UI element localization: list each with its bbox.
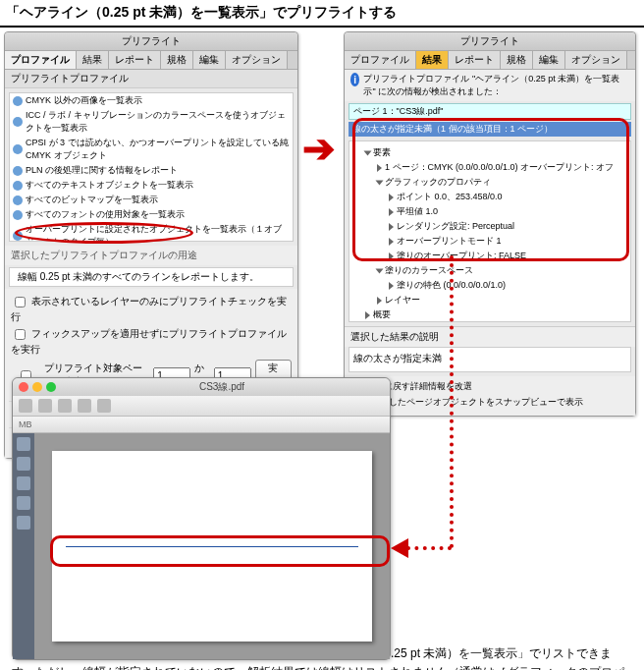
tree-row[interactable]: オーバープリントモード 1 xyxy=(353,234,626,249)
tree-row[interactable]: 概要 xyxy=(353,307,626,322)
checkbox[interactable] xyxy=(15,297,26,307)
tree-row[interactable]: 塗りの特色 (0.0/0.0/0.0/1.0) xyxy=(353,278,626,293)
tree-label: 平坦値 1.0 xyxy=(397,205,438,218)
profile-item[interactable]: すべてのフォントの使用対象を一覧表示 xyxy=(10,207,293,222)
selected-profile-desc: 線幅 0.25 pt 未満のすべてのラインをレポートします。 xyxy=(9,267,294,287)
profile-item[interactable]: CPSI が 3 では読めない、かつオーバープリントを設定している純 CMYK … xyxy=(10,136,293,163)
profile-icon xyxy=(13,195,23,205)
tree-label: オーバープリントモード 1 xyxy=(397,235,502,248)
sidebar-icon[interactable] xyxy=(17,496,30,510)
opt-visible-layers[interactable]: 表示されているレイヤーのみにプリフライトチェックを実行 xyxy=(11,293,292,325)
tree-label: 塗りのカラースペース xyxy=(385,264,473,277)
window-title: CS3線.pdf xyxy=(60,380,384,394)
tree-label: グラフィックのプロパティ xyxy=(385,176,491,189)
tab-profile[interactable]: プロファイル xyxy=(5,51,77,69)
disclosure-icon[interactable] xyxy=(389,208,394,216)
zoom-icon[interactable] xyxy=(46,382,56,392)
page-heading: 「ヘアライン（0.25 pt 未満）を一覧表示」でプリフライトする xyxy=(0,0,644,28)
profile-list[interactable]: CMYK 以外の画像を一覧表示ICC / ラボ / キャリブレーションのカラース… xyxy=(9,92,294,242)
tree-row[interactable]: 1 ページ：CMYK (0.0/0.0/0.0/1.0) オーバープリント: オ… xyxy=(353,160,626,175)
tab-edit[interactable]: 編集 xyxy=(533,51,565,69)
tab-report[interactable]: レポート xyxy=(449,51,501,69)
profile-icon xyxy=(13,144,23,154)
toolbar-icon[interactable] xyxy=(78,399,91,413)
tree-row[interactable]: 塗りのカラースペース xyxy=(353,263,626,278)
toolbar-icon[interactable] xyxy=(38,399,52,413)
disclosure-icon[interactable] xyxy=(389,252,394,260)
profile-label: すべてのテキストオブジェクトを一覧表示 xyxy=(26,179,193,192)
tab-options[interactable]: オプション xyxy=(565,51,627,69)
label-text: フィックスアップを適用せずにプリフライトプロファイルを実行 xyxy=(11,328,287,355)
profile-item[interactable]: CMYK 以外の画像を一覧表示 xyxy=(10,93,293,108)
profile-item[interactable]: オーバープリントに設定されたオブジェクトを一覧表示（１オブジェクトのタイプ毎） xyxy=(10,222,293,242)
tab-report[interactable]: レポート xyxy=(109,51,161,69)
sidebar-icon[interactable] xyxy=(17,476,30,490)
disclosure-icon[interactable] xyxy=(377,297,382,305)
tree-row[interactable]: グラフィックのプロパティ xyxy=(353,175,626,190)
info-text: プリフライトプロファイル "ヘアライン（0.25 pt 未満）を一覧表示" に次… xyxy=(363,73,629,98)
pdf-page xyxy=(52,451,372,642)
sidebar-icon[interactable] xyxy=(17,437,30,451)
label-text: 表示されているレイヤーのみにプリフライトチェックを実行 xyxy=(11,296,287,322)
tree-label: 塗りのオーバープリント: FALSE xyxy=(397,250,526,262)
selected-profile-label: 選択したプリフライトプロファイルの用途 xyxy=(5,246,297,265)
hairline-stroke xyxy=(66,546,358,547)
toolbar-icon[interactable] xyxy=(58,399,72,413)
disclosure-icon[interactable] xyxy=(389,223,394,231)
tab-results[interactable]: 結果 xyxy=(416,51,449,69)
checkbox[interactable] xyxy=(15,329,26,340)
toolbar-icon[interactable] xyxy=(19,399,32,413)
disclosure-icon[interactable] xyxy=(376,268,384,273)
sidebar-icon[interactable] xyxy=(17,457,30,471)
profile-icon xyxy=(13,96,23,106)
tree-label: 要素 xyxy=(373,146,391,159)
arrow-right-icon: ➔ xyxy=(302,126,336,171)
disclosure-icon[interactable] xyxy=(365,311,370,319)
tree-row[interactable]: ポイント 0.0、253.458/0.0 xyxy=(353,190,626,204)
tree-row[interactable]: 塗りのオーバープリント: FALSE xyxy=(353,249,626,263)
tree-row[interactable]: 平坦値 1.0 xyxy=(353,204,626,219)
minimize-icon[interactable] xyxy=(32,382,42,392)
opt-no-fixup[interactable]: フィックスアップを適用せずにプリフライトプロファイルを実行 xyxy=(11,325,292,358)
result-header-row[interactable]: 線の太さが指定未満（1 個の該当項目：1 ページ） xyxy=(349,122,631,137)
page-canvas[interactable] xyxy=(34,433,390,659)
profile-label: PLN の後処理に関する情報をレポート xyxy=(26,164,178,177)
acrobat-window: CS3線.pdf MB xyxy=(12,377,391,660)
tab-options[interactable]: オプション xyxy=(226,51,288,69)
tab-results[interactable]: 結果 xyxy=(77,51,109,69)
tree-row[interactable]: レンダリング設定: Perceptual xyxy=(353,219,626,234)
tree-label: 1 ページ：CMYK (0.0/0.0/0.0/1.0) オーバープリント: オ… xyxy=(385,161,614,174)
info-icon: i xyxy=(350,73,359,86)
tree-row[interactable]: 要素 xyxy=(353,145,626,160)
disclosure-icon[interactable] xyxy=(364,150,372,155)
profile-item[interactable]: PLN の後処理に関する情報をレポート xyxy=(10,163,293,178)
tree-row[interactable]: レイヤー xyxy=(353,293,626,307)
tab-standards[interactable]: 規格 xyxy=(501,51,533,69)
connector-dots xyxy=(406,546,452,550)
profile-label: オーバープリントに設定されたオブジェクトを一覧表示（１オブジェクトのタイプ毎） xyxy=(26,223,290,242)
profile-item[interactable]: すべてのテキストオブジェクトを一覧表示 xyxy=(10,178,293,193)
page-info-row[interactable]: ページ 1："CS3線.pdf" xyxy=(349,103,631,120)
profile-item[interactable]: ICC / ラボ / キャリブレーションのカラースペースを使うオブジェクトを一覧… xyxy=(10,108,293,136)
close-icon[interactable] xyxy=(19,382,28,392)
disclosure-icon[interactable] xyxy=(376,180,384,185)
disclosure-icon[interactable] xyxy=(389,282,394,290)
toolbar-icon[interactable] xyxy=(97,399,111,413)
snap-view-option[interactable]: 選択したページオブジェクトをスナップビューで表示 xyxy=(350,393,629,412)
selected-result-body: 線の太さが指定未満 xyxy=(349,347,631,372)
result-tree[interactable]: 要素1 ページ：CMYK (0.0/0.0/0.0/1.0) オーバープリント:… xyxy=(349,140,631,322)
disclosure-icon[interactable] xyxy=(377,164,382,172)
profile-icon xyxy=(13,181,23,191)
profile-label: ICC / ラボ / キャリブレーションのカラースペースを使うオブジェクトを一覧… xyxy=(26,109,290,135)
tab-edit[interactable]: 編集 xyxy=(193,51,226,69)
tab-profile[interactable]: プロファイル xyxy=(345,51,416,69)
profile-icon xyxy=(13,166,23,176)
disclosure-icon[interactable] xyxy=(389,238,394,246)
profile-item[interactable]: すべてのビットマップを一覧表示 xyxy=(10,193,293,207)
tab-standards[interactable]: 規格 xyxy=(161,51,193,69)
preflight-panel-right: プリフライト プロファイル 結果 レポート 規格 編集 オプション i プリフラ… xyxy=(344,31,636,417)
arrow-left-icon xyxy=(391,538,408,558)
profile-section-label: プリフライトプロファイル xyxy=(5,70,297,88)
sidebar-icon[interactable] xyxy=(17,516,30,530)
disclosure-icon[interactable] xyxy=(389,194,394,201)
